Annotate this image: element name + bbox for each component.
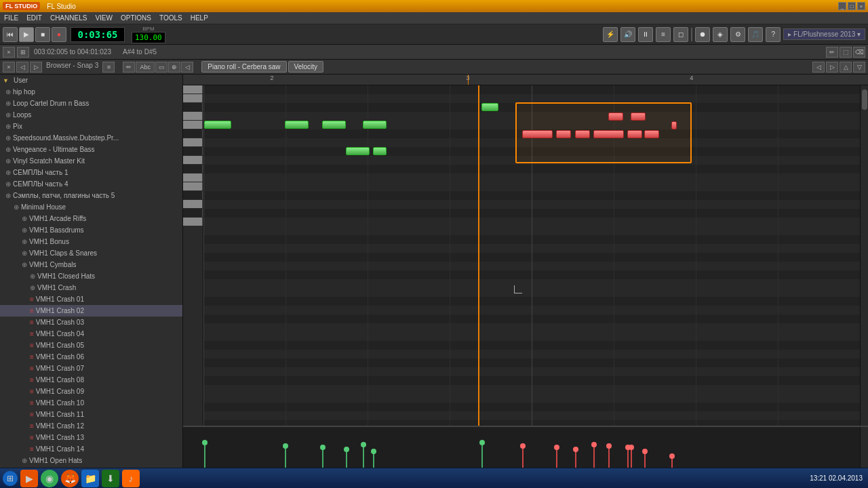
menu-edit[interactable]: EDIT: [22, 13, 46, 23]
zoom-tool[interactable]: ⊕: [168, 62, 180, 73]
scroll-left[interactable]: ◁: [812, 62, 825, 73]
menu-channels[interactable]: CHANNELS: [46, 13, 91, 23]
pianoroll-tab[interactable]: Piano roll - Cerbera saw: [201, 61, 286, 73]
vel-dot-1[interactable]: [283, 443, 288, 449]
vel-dot-12[interactable]: [642, 449, 648, 454]
tool6[interactable]: ◈: [713, 27, 728, 42]
browser-item-11[interactable]: ⊕Minimal House: [0, 201, 182, 213]
note-green-3[interactable]: [363, 121, 387, 129]
firefox-btn[interactable]: 🦊: [61, 470, 79, 487]
minimize-button[interactable]: _: [838, 2, 846, 10]
browser-item-33[interactable]: ⊕VMH1 Open Hats: [0, 455, 182, 466]
pencil-tool[interactable]: ✏: [123, 62, 135, 73]
browser-item-24[interactable]: ≡VMH1 Crash 06: [0, 351, 182, 363]
note-green-6[interactable]: [481, 103, 498, 111]
draw-tool[interactable]: ✏: [826, 47, 838, 58]
note-red-3[interactable]: [593, 130, 624, 138]
note-red-4[interactable]: [627, 130, 642, 138]
torrent-btn[interactable]: ⬇: [102, 470, 119, 487]
left-arrow-tool[interactable]: ◁: [181, 62, 193, 73]
start-button[interactable]: ⊞: [3, 471, 18, 486]
vel-dot-15[interactable]: [669, 453, 675, 459]
velocity-tab[interactable]: Velocity: [288, 61, 323, 73]
note-red-0[interactable]: [522, 130, 553, 138]
browser-item-28[interactable]: ≡VMH1 Crash 10: [0, 397, 182, 409]
note-red-7[interactable]: [631, 113, 646, 121]
vertical-scrollbar[interactable]: [860, 85, 868, 426]
tool9[interactable]: ?: [766, 27, 781, 42]
scrollbar-thumb-v[interactable]: [862, 89, 867, 110]
browser-item-20[interactable]: ≡VMH1 Crash 02: [0, 305, 182, 317]
menu-options[interactable]: OPTIONS: [117, 13, 155, 23]
select-rect-tool[interactable]: ▭: [155, 62, 167, 73]
browser-close[interactable]: ×: [3, 62, 15, 73]
tool1[interactable]: ⚡: [603, 27, 618, 42]
vel-dot-2[interactable]: [320, 445, 326, 450]
record2[interactable]: ⏺: [695, 27, 710, 42]
note-green-5[interactable]: [373, 147, 387, 155]
maximize-button[interactable]: □: [848, 2, 856, 10]
browser-item-31[interactable]: ≡VMH1 Crash 13: [0, 432, 182, 443]
browser-toggle[interactable]: ≡: [102, 62, 115, 73]
browser-item-3[interactable]: ⊕Loops: [0, 109, 182, 121]
browser-item-16[interactable]: ⊕VMH1 Cymbals: [0, 259, 182, 270]
browser-item-7[interactable]: ⊕Vinyl Scratch Master Kit: [0, 155, 182, 167]
preset-display[interactable]: ▸ FL/Plushnesse 2013 ▾: [783, 28, 865, 40]
vel-dot-0[interactable]: [202, 440, 208, 445]
browser-item-25[interactable]: ≡VMH1 Crash 07: [0, 363, 182, 374]
menu-tools[interactable]: TOOLS: [155, 13, 186, 23]
vel-dot-5[interactable]: [371, 449, 376, 454]
browser-item-4[interactable]: ⊕Pix: [0, 121, 182, 132]
menu-help[interactable]: HELP: [186, 13, 212, 23]
browser-item-6[interactable]: ⊕Vengeance - Ultimate Bass: [0, 144, 182, 155]
abc-tool[interactable]: Abc: [136, 62, 155, 73]
menu-file[interactable]: FILE: [0, 13, 22, 23]
browser-item-29[interactable]: ≡VMH1 Crash 11: [0, 409, 182, 420]
record-button[interactable]: ●: [52, 27, 66, 42]
close-panel-btn[interactable]: ×: [3, 47, 15, 58]
vel-dot-8[interactable]: [554, 445, 559, 450]
vel-dot-13[interactable]: [606, 443, 612, 449]
menu-view[interactable]: VIEW: [91, 13, 117, 23]
bpm-display[interactable]: 130.00: [132, 32, 165, 43]
vel-dot-3[interactable]: [361, 442, 366, 447]
note-red-8[interactable]: [671, 121, 677, 129]
explorer-btn[interactable]: 📁: [81, 470, 99, 487]
note-green-4[interactable]: [346, 147, 370, 155]
browser-item-15[interactable]: ⊕VMH1 Claps & Snares: [0, 247, 182, 259]
note-green-0[interactable]: [204, 121, 231, 129]
note-red-1[interactable]: [556, 130, 571, 138]
browser-nav2[interactable]: ▷: [30, 62, 42, 73]
note-red-2[interactable]: [575, 130, 590, 138]
erase-tool[interactable]: ⌫: [853, 47, 865, 58]
browser-item-1[interactable]: ⊕hip hop: [0, 86, 182, 98]
browser-item-30[interactable]: ≡VMH1 Crash 12: [0, 420, 182, 432]
browser-item-9[interactable]: ⊕СЕМПЛЫ часть 4: [0, 178, 182, 190]
note-green-1[interactable]: [285, 121, 309, 129]
browser-item-21[interactable]: ≡VMH1 Crash 03: [0, 317, 182, 328]
browser-item-14[interactable]: ⊕VMH1 Bonus: [0, 236, 182, 247]
winamp-btn[interactable]: ▶: [20, 470, 38, 487]
browser-item-12[interactable]: ⊕VMH1 Arcade Riffs: [0, 213, 182, 224]
browser-item-5[interactable]: ⊕Speedsound.Massive.Dubstep.Pr...: [0, 132, 182, 144]
stop-button[interactable]: ■: [35, 27, 50, 42]
note-green-2[interactable]: [322, 121, 346, 129]
play-button[interactable]: ▶: [19, 27, 34, 42]
note-red-5[interactable]: [644, 130, 659, 138]
tool7[interactable]: ⚙: [730, 27, 745, 42]
vel-dot-14[interactable]: [629, 445, 634, 450]
browser-item-26[interactable]: ≡VMH1 Crash 08: [0, 374, 182, 386]
browser-item-8[interactable]: ⊕СЕМПЛЫ часть 1: [0, 167, 182, 178]
tool2[interactable]: 🔊: [620, 27, 635, 42]
scroll-right[interactable]: ▷: [826, 62, 838, 73]
close-button[interactable]: ×: [857, 2, 865, 10]
browser-item-10[interactable]: ⊕Сэмплы, патчи, плагины часть 5: [0, 190, 182, 201]
vel-dot-10[interactable]: [591, 442, 597, 447]
tool3[interactable]: ⏸: [638, 27, 653, 42]
scroll-down[interactable]: ▽: [853, 62, 865, 73]
chrome-btn[interactable]: ◉: [41, 470, 58, 487]
browser-item-32[interactable]: ≡VMH1 Crash 14: [0, 443, 182, 455]
note-red-6[interactable]: [608, 113, 623, 121]
vel-dot-4[interactable]: [344, 447, 349, 452]
flstudio-btn[interactable]: ♪: [122, 470, 140, 487]
